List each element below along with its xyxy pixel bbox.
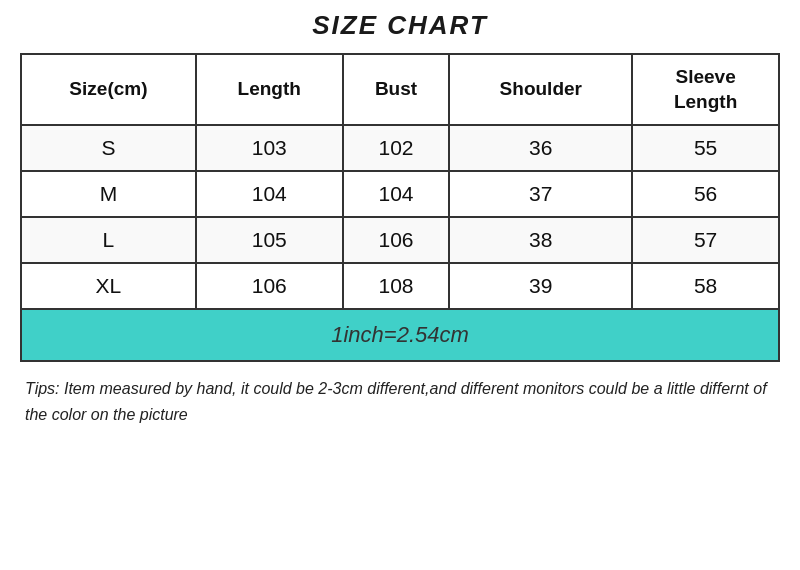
- cell-sleeve: 58: [632, 263, 779, 309]
- cell-size: M: [21, 171, 196, 217]
- cell-sleeve: 55: [632, 125, 779, 171]
- cell-size: S: [21, 125, 196, 171]
- cell-shoulder: 38: [449, 217, 632, 263]
- header-sleeve: SleeveLength: [632, 54, 779, 125]
- cell-sleeve: 57: [632, 217, 779, 263]
- cell-length: 103: [196, 125, 343, 171]
- cell-bust: 104: [343, 171, 450, 217]
- cell-size: L: [21, 217, 196, 263]
- header-size: Size(cm): [21, 54, 196, 125]
- cell-sleeve: 56: [632, 171, 779, 217]
- cell-length: 106: [196, 263, 343, 309]
- table-row: XL1061083958: [21, 263, 779, 309]
- header-bust: Bust: [343, 54, 450, 125]
- header-length: Length: [196, 54, 343, 125]
- cell-size: XL: [21, 263, 196, 309]
- cell-bust: 102: [343, 125, 450, 171]
- cell-length: 104: [196, 171, 343, 217]
- cell-bust: 108: [343, 263, 450, 309]
- chart-title: SIZE CHART: [20, 10, 780, 41]
- size-table: Size(cm) Length Bust Shoulder SleeveLeng…: [20, 53, 780, 310]
- header-shoulder: Shoulder: [449, 54, 632, 125]
- size-chart-container: SIZE CHART Size(cm) Length Bust Shoulder…: [0, 0, 800, 570]
- cell-shoulder: 39: [449, 263, 632, 309]
- cell-shoulder: 36: [449, 125, 632, 171]
- table-row: L1051063857: [21, 217, 779, 263]
- conversion-bar: 1inch=2.54cm: [20, 310, 780, 362]
- tips-text: Tips: Item measured by hand, it could be…: [20, 376, 780, 427]
- cell-shoulder: 37: [449, 171, 632, 217]
- table-row: S1031023655: [21, 125, 779, 171]
- table-row: M1041043756: [21, 171, 779, 217]
- cell-bust: 106: [343, 217, 450, 263]
- table-header-row: Size(cm) Length Bust Shoulder SleeveLeng…: [21, 54, 779, 125]
- cell-length: 105: [196, 217, 343, 263]
